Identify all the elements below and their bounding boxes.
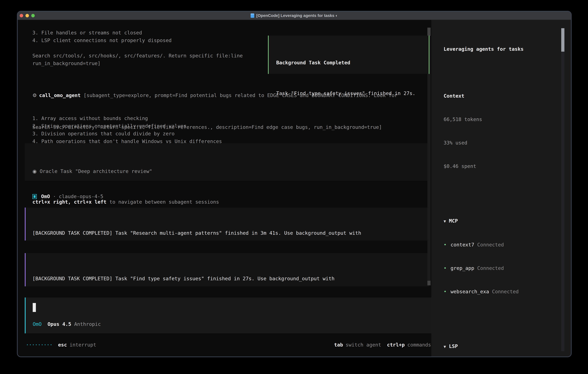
notification-toast: Background Task Completed Task "Find typ…	[268, 36, 430, 74]
tab-key-hint: tab	[334, 342, 343, 348]
context-used: 33% used	[444, 139, 571, 147]
sidebar-scrollbar-thumb[interactable]	[561, 28, 564, 52]
agent-square-icon	[32, 194, 37, 199]
mcp-status: Connected	[492, 289, 519, 294]
mcp-heading: MCP	[449, 218, 458, 224]
mcp-status: Connected	[477, 265, 504, 271]
minimize-window-button[interactable]	[25, 14, 29, 17]
list-line	[32, 44, 243, 52]
oracle-task-title: Oracle Task "Deep architecture review"	[37, 168, 152, 174]
mcp-item: •context7 Connected	[444, 241, 571, 249]
input-model-name[interactable]: Opus 4.5	[47, 321, 71, 327]
input-provider-name: Anthropic	[74, 321, 101, 327]
mcp-item: •grep_app Connected	[444, 264, 571, 272]
status-right: tabswitch agentctrl+pcommands	[329, 341, 431, 349]
background-task-message: [BACKGROUND TASK COMPLETED] Task "Find t…	[25, 253, 429, 286]
input-mode-line[interactable]: OmO Opus 4.5 Anthropic	[33, 320, 101, 328]
context-spent: $0.46 spent	[444, 162, 571, 170]
ctrl-p-key-hint: ctrl+p	[387, 342, 405, 348]
window-title: [OpenCode] Leveraging agents for tasks ◐	[256, 13, 338, 18]
agent-name: OmO	[41, 193, 50, 200]
status-dot-icon: •	[444, 241, 451, 249]
ctrl-p-key-label: commands	[407, 342, 431, 348]
traffic-lights	[20, 11, 35, 20]
lsp-heading: LSP	[449, 343, 458, 349]
session-log-intro: 3. File handles or streams not closed4. …	[32, 29, 243, 67]
input-agent-name[interactable]: OmO	[33, 321, 42, 327]
mcp-name: context7	[451, 242, 474, 248]
status-left: ·········escinterrupt	[26, 341, 96, 349]
status-dot-icon: •	[444, 288, 451, 295]
mcp-name: websearch_exa	[451, 289, 489, 294]
collapse-triangle-icon[interactable]: ▼	[444, 344, 446, 349]
status-dot-icon: •	[444, 264, 451, 272]
prompt-input[interactable]: OmO Opus 4.5 Anthropic	[25, 298, 431, 333]
collapse-triangle-icon[interactable]: ▼	[444, 219, 446, 223]
terminal-pane: 3. File handles or streams not closed4. …	[18, 20, 431, 356]
mcp-name: grep_app	[451, 265, 474, 271]
esc-key-label: interrupt	[70, 342, 96, 348]
list-line: 3. File handles or streams not closed	[32, 29, 243, 37]
title-bar: [OpenCode] Leveraging agents for tasks ◐	[18, 11, 571, 20]
agent-model: claude-opus-4-5	[59, 193, 103, 200]
task-message-line1: [BACKGROUND TASK COMPLETED] Task "Resear…	[32, 229, 429, 237]
notification-body: Task "Find type safety issues" finished …	[276, 90, 429, 97]
text-cursor	[33, 303, 36, 312]
context-tokens: 66,518 tokens	[444, 115, 571, 123]
section-mcp[interactable]: ▼ MCP	[444, 217, 571, 225]
agent-model-line: OmO · claude-opus-4-5	[32, 193, 103, 200]
sidebar-pane: Leveraging agents for tasks Context 66,5…	[431, 20, 571, 356]
app-window: [OpenCode] Leveraging agents for tasks ◐…	[17, 11, 572, 357]
close-window-button[interactable]	[20, 14, 23, 17]
list-line: 1. Array access without bounds checking	[32, 114, 427, 122]
list-line: run_in_background=true]	[32, 60, 243, 67]
window-document-icon	[251, 13, 254, 18]
oracle-task-title-line: ◉ Oracle Task "Deep architecture review"	[32, 167, 429, 175]
status-bar: ·········escinterrupt tabswitch agentctr…	[26, 341, 431, 349]
record-icon: ◉	[32, 168, 37, 174]
context-heading: Context	[444, 92, 571, 100]
background-task-message: [BACKGROUND TASK COMPLETED] Task "Resear…	[25, 208, 429, 240]
section-lsp[interactable]: ▼ LSP	[444, 342, 571, 351]
tab-key-label: switch agent	[346, 342, 381, 348]
separator-dot: ·	[50, 193, 59, 200]
scrollbar-thumb-bottom[interactable]	[427, 281, 430, 285]
search-instruction-line: Search src/ directory. Return specific f…	[32, 123, 382, 131]
oracle-task-card[interactable]: ◉ Oracle Task "Deep architecture review"…	[25, 143, 429, 181]
spinner-dots-icon: ·········	[26, 342, 52, 348]
esc-key-hint: esc	[58, 342, 67, 348]
list-line: 4. LSP client connections not properly d…	[32, 37, 243, 44]
mcp-status: Connected	[477, 242, 504, 248]
list-line: Search src/tools/, src/hooks/, src/featu…	[32, 52, 243, 60]
scrollbar-thumb-top[interactable]	[427, 28, 430, 36]
mcp-item: •websearch_exa Connected	[444, 288, 571, 295]
notification-title: Background Task Completed	[276, 59, 429, 67]
session-title: Leveraging agents for tasks	[444, 45, 571, 53]
tool-call-name: call_omo_agent	[39, 93, 81, 98]
hint-text: to navigate between subagent sessions	[106, 199, 219, 205]
zoom-window-button[interactable]	[31, 14, 35, 17]
sidebar-scrollbar[interactable]	[561, 28, 564, 351]
task-message-line1: [BACKGROUND TASK COMPLETED] Task "Find t…	[32, 275, 429, 282]
gear-icon: ⚙	[32, 93, 37, 98]
